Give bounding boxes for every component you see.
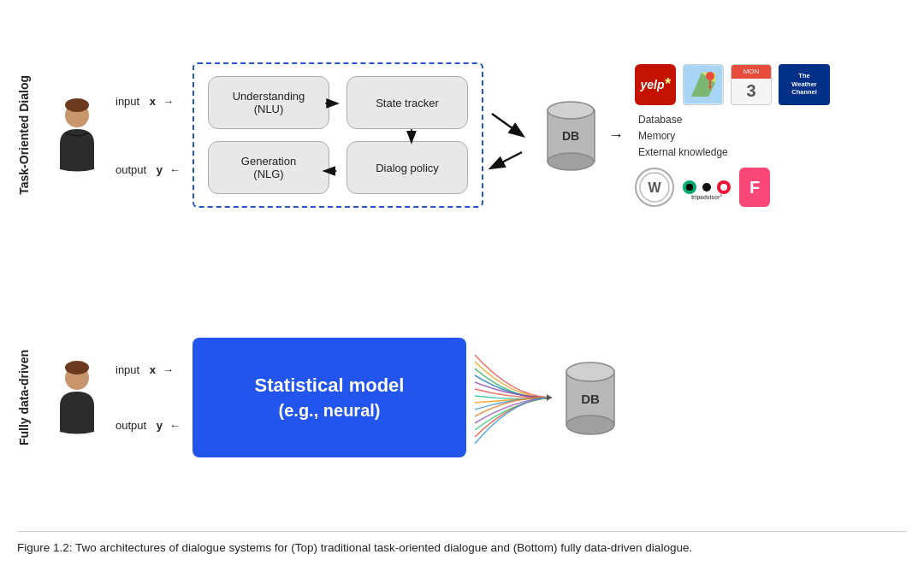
top-section-label: Task-Oriented Dialog: [17, 75, 43, 195]
bottom-section-label: Fully data-driven: [17, 350, 43, 445]
diagrams-area: Task-Oriented Dialog input x: [17, 9, 907, 524]
svg-marker-25: [547, 394, 552, 401]
db-top: DB: [543, 95, 599, 176]
svg-text:DB: DB: [581, 392, 600, 406]
nlg-box: Generation(NLG): [208, 141, 329, 194]
svg-point-19: [702, 183, 711, 192]
tripadvisor-logo: tripadvisor°: [681, 174, 732, 201]
svg-point-28: [566, 416, 614, 434]
calendar-logo: MON 3: [731, 64, 772, 105]
output-label-top: output y ←: [116, 163, 181, 176]
nlu-box: Understanding(NLU): [208, 76, 329, 129]
dashed-box: Understanding(NLU) State tracker Generat…: [192, 62, 483, 208]
neural-squiggle: [475, 346, 552, 449]
input-label-top: input x →: [116, 95, 181, 108]
logos-area: yelp*: [635, 64, 830, 208]
logos-row2: W tripadvisor°: [635, 168, 830, 207]
svg-point-6: [548, 102, 594, 119]
info-labels: Database Memory External knowledge: [638, 112, 830, 162]
svg-point-27: [566, 363, 614, 381]
svg-point-1: [65, 98, 89, 112]
top-section: Task-Oriented Dialog input x: [17, 9, 907, 262]
caption: Figure 1.2: Two architectures of dialogu…: [17, 531, 907, 557]
weather-logo: The Weather Channel: [779, 64, 830, 105]
svg-point-21: [720, 184, 727, 191]
svg-text:tripadvisor°: tripadvisor°: [691, 194, 723, 200]
output-label-bottom: output y ←: [116, 419, 181, 432]
statistical-model-box: Statistical model (e.g., neural): [192, 338, 466, 457]
person-bottom: [47, 359, 107, 436]
svg-point-20: [686, 184, 693, 191]
yelp-logo: yelp*: [635, 64, 676, 105]
svg-point-12: [706, 72, 714, 80]
logos-row1: yelp*: [635, 64, 830, 105]
io-labels-bottom: input x → output y ←: [116, 342, 181, 453]
io-labels-top: input x → output y ←: [116, 67, 181, 203]
svg-text:W: W: [648, 180, 661, 195]
db-bottom: DB: [560, 355, 620, 440]
svg-text:DB: DB: [562, 129, 579, 143]
svg-point-24: [65, 361, 89, 374]
state-tracker-box: State tracker: [346, 76, 468, 129]
wiki-logo: W: [635, 168, 674, 207]
foursquare-logo: F: [739, 168, 770, 207]
bottom-section: Fully data-driven input x → output y ←: [17, 271, 907, 525]
svg-point-7: [548, 153, 594, 170]
main-container: Task-Oriented Dialog input x: [0, 0, 924, 566]
input-label-bottom: input x →: [116, 363, 181, 376]
dialog-policy-box: Dialog policy: [346, 141, 468, 194]
maps-logo: [683, 64, 724, 105]
person-top: [47, 97, 107, 174]
